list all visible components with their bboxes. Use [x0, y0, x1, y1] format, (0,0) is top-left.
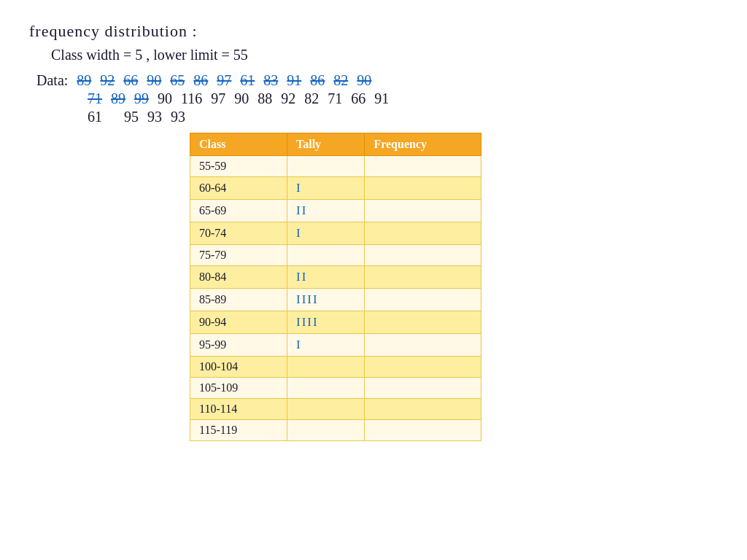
num-71b: 71	[328, 90, 342, 107]
num-95: 95	[124, 109, 139, 125]
num-65: 65	[170, 72, 185, 89]
cell-class: 80-84	[190, 266, 287, 289]
cell-tally	[287, 399, 364, 420]
cell-tally: I	[287, 334, 364, 357]
col-header-tally: Tally	[287, 133, 364, 156]
data-label: Data:	[36, 72, 68, 89]
table-row: 110-114	[190, 399, 481, 420]
cell-frequency	[365, 156, 481, 177]
cell-class: 105-109	[190, 378, 287, 399]
table-row: 70-74I	[190, 222, 481, 245]
num-93b: 93	[171, 109, 185, 125]
data-row-2: 71 89 99 90 116 97 90 88 92 82 71 66 91	[88, 90, 718, 107]
cell-class: 60-64	[190, 177, 287, 200]
cell-tally: IIII	[287, 311, 364, 334]
num-86a: 86	[193, 72, 208, 89]
cell-frequency	[365, 420, 481, 441]
cell-class: 95-99	[190, 334, 287, 357]
num-92b: 92	[281, 90, 295, 107]
table-row: 115-119	[190, 420, 481, 441]
num-66: 66	[123, 72, 138, 89]
cell-frequency	[365, 222, 481, 245]
num-90d: 90	[234, 90, 249, 107]
num-93a: 93	[147, 109, 162, 125]
cell-class: 75-79	[190, 245, 287, 266]
cell-class: 70-74	[190, 222, 287, 245]
cell-tally: I	[287, 222, 364, 245]
num-83: 83	[263, 72, 278, 89]
cell-class: 90-94	[190, 311, 287, 334]
frequency-table: Class Tally Frequency 55-5960-64I65-69II…	[190, 133, 481, 441]
num-91a: 91	[287, 72, 301, 89]
num-90b: 90	[357, 72, 371, 89]
table-row: 65-69II	[190, 200, 481, 222]
cell-tally	[287, 357, 364, 378]
table-row: 60-64I	[190, 177, 481, 200]
num-89: 89	[77, 72, 91, 89]
cell-class: 115-119	[190, 420, 287, 441]
cell-class: 100-104	[190, 357, 287, 378]
table-row: 105-109	[190, 378, 481, 399]
table-row: 75-79	[190, 245, 481, 266]
cell-tally: II	[287, 200, 364, 222]
cell-frequency	[365, 378, 481, 399]
cell-frequency	[365, 357, 481, 378]
cell-frequency	[365, 177, 481, 200]
cell-tally: IIII	[287, 289, 364, 311]
data-row-3: 61 95 93 93	[88, 109, 718, 125]
num-71a: 71	[88, 90, 102, 107]
cell-tally: I	[287, 177, 364, 200]
num-82a: 82	[333, 72, 348, 89]
cell-class: 65-69	[190, 200, 287, 222]
cell-class: 55-59	[190, 156, 287, 177]
class-width-label: Class width = 5 , lower limit = 55	[51, 47, 718, 63]
data-section: Data: 89 92 66 90 65 86 97 61 83 91 86 8…	[29, 72, 718, 125]
col-header-class: Class	[190, 133, 287, 156]
table-row: 85-89IIII	[190, 289, 481, 311]
num-89b: 89	[111, 90, 125, 107]
cell-tally	[287, 378, 364, 399]
cell-tally	[287, 245, 364, 266]
data-row-1: Data: 89 92 66 90 65 86 97 61 83 91 86 8…	[36, 72, 718, 89]
num-61b: 61	[88, 109, 102, 125]
num-82b: 82	[304, 90, 319, 107]
cell-tally	[287, 420, 364, 441]
cell-frequency	[365, 266, 481, 289]
table-row: 55-59	[190, 156, 481, 177]
page: frequency distribution : Class width = 5…	[0, 0, 747, 463]
table-row: 100-104	[190, 357, 481, 378]
table-row: 80-84II	[190, 266, 481, 289]
frequency-distribution-title: frequency distribution :	[29, 22, 718, 41]
num-99: 99	[134, 90, 149, 107]
num-61a: 61	[240, 72, 255, 89]
num-92: 92	[100, 72, 115, 89]
num-90a: 90	[147, 72, 161, 89]
col-header-frequency: Frequency	[365, 133, 481, 156]
table-row: 95-99I	[190, 334, 481, 357]
num-88: 88	[258, 90, 272, 107]
num-97b: 97	[211, 90, 225, 107]
num-116: 116	[181, 90, 202, 107]
cell-frequency	[365, 399, 481, 420]
num-86b: 86	[310, 72, 325, 89]
num-66b: 66	[351, 90, 365, 107]
table-row: 90-94IIII	[190, 311, 481, 334]
num-91b: 91	[374, 90, 389, 107]
cell-tally: II	[287, 266, 364, 289]
cell-frequency	[365, 334, 481, 357]
cell-frequency	[365, 245, 481, 266]
num-90c: 90	[158, 90, 172, 107]
num-97a: 97	[217, 72, 231, 89]
cell-class: 110-114	[190, 399, 287, 420]
cell-tally	[287, 156, 364, 177]
cell-frequency	[365, 200, 481, 222]
cell-class: 85-89	[190, 289, 287, 311]
cell-frequency	[365, 289, 481, 311]
cell-frequency	[365, 311, 481, 334]
